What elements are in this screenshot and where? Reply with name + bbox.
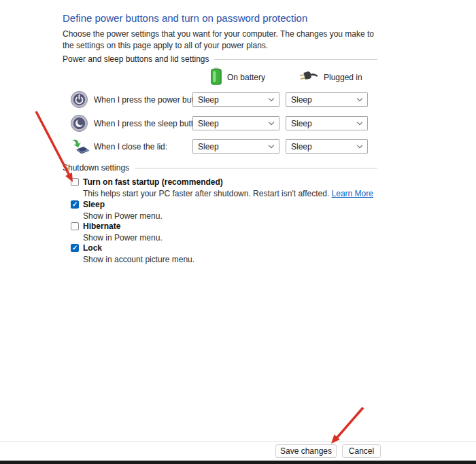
hibernate-label: Hibernate [83, 221, 120, 231]
sleep-button-row: When I press the sleep button: Sleep Sle… [71, 116, 378, 132]
chevron-down-icon [357, 143, 362, 148]
sleep-description: Show in Power menu. [83, 211, 384, 221]
lock-checkbox[interactable] [71, 244, 79, 252]
fast-startup-description: This helps start your PC faster after sh… [83, 189, 384, 198]
arrow-to-save-changes-button [331, 408, 363, 444]
page-description: Choose the power settings that you want … [63, 29, 381, 52]
selected-value: Sleep [198, 142, 219, 151]
close-lid-on-battery-select[interactable]: Sleep [192, 139, 279, 154]
chevron-down-icon [357, 96, 362, 101]
plugged-in-column-header: Plugged in [299, 69, 362, 85]
hibernate-description: Show in Power menu. [83, 233, 384, 243]
fast-startup-option: Turn on fast startup (recommended) This … [71, 177, 384, 198]
sleep-button-plugged-in-select[interactable]: Sleep [286, 116, 368, 130]
plugged-in-label: Plugged in [324, 73, 362, 82]
lock-description: Show in account picture menu. [83, 255, 384, 264]
lock-label: Lock [83, 243, 102, 253]
section-rule [135, 168, 377, 168]
close-lid-row-label: When I close the lid: [94, 142, 167, 151]
selected-value: Sleep [198, 119, 219, 128]
sleep-button-icon [71, 115, 88, 135]
sleep-label: Sleep [83, 200, 105, 209]
fast-startup-checkbox[interactable] [71, 178, 79, 186]
sleep-button-row-label: When I press the sleep button: [94, 119, 205, 128]
selected-value: Sleep [291, 119, 312, 128]
on-battery-label: On battery [227, 73, 265, 82]
plug-icon [299, 69, 318, 85]
hibernate-checkbox[interactable] [71, 222, 79, 230]
fast-startup-label: Turn on fast startup (recommended) [83, 177, 223, 187]
battery-icon [211, 67, 222, 88]
power-button-icon [71, 91, 88, 111]
shutdown-section-header: Shutdown settings [63, 163, 377, 173]
fast-startup-description-text: This helps start your PC faster after sh… [83, 189, 332, 198]
footer-divider [0, 441, 476, 442]
sleep-checkbox[interactable] [71, 200, 79, 209]
chevron-down-icon [357, 120, 362, 125]
save-changes-button[interactable]: Save changes [275, 444, 337, 458]
hibernate-option: Hibernate Show in Power menu. [71, 221, 384, 243]
cancel-button[interactable]: Cancel [342, 444, 381, 458]
close-lid-plugged-in-select[interactable]: Sleep [286, 139, 368, 154]
lid-icon [71, 139, 90, 158]
power-button-plugged-in-select[interactable]: Sleep [286, 92, 368, 107]
chevron-down-icon [269, 143, 274, 148]
power-button-on-battery-select[interactable]: Sleep [192, 92, 279, 107]
power-button-row-label: When I press the power button: [94, 95, 207, 105]
learn-more-link[interactable]: Learn More [332, 189, 373, 198]
sleep-button-on-battery-select[interactable]: Sleep [192, 116, 279, 130]
power-button-row: When I press the power button: Sleep Sle… [71, 92, 378, 109]
sleep-option: Sleep Show in Power menu. [71, 200, 384, 221]
chevron-down-icon [269, 120, 274, 125]
selected-value: Sleep [291, 142, 312, 151]
bottom-window-edge [0, 461, 476, 464]
on-battery-column-header: On battery [211, 67, 265, 88]
page-title: Define power buttons and turn on passwor… [63, 12, 389, 24]
lock-option: Lock Show in account picture menu. [71, 243, 384, 264]
selected-value: Sleep [198, 95, 219, 105]
close-lid-row: When I close the lid: Sleep Sleep [71, 139, 378, 156]
chevron-down-icon [269, 96, 274, 101]
shutdown-section-title: Shutdown settings [63, 163, 129, 173]
power-section-header: Power and sleep buttons and lid settings [63, 54, 377, 64]
power-section-title: Power and sleep buttons and lid settings [63, 54, 209, 64]
section-rule [214, 59, 377, 60]
selected-value: Sleep [291, 95, 312, 105]
